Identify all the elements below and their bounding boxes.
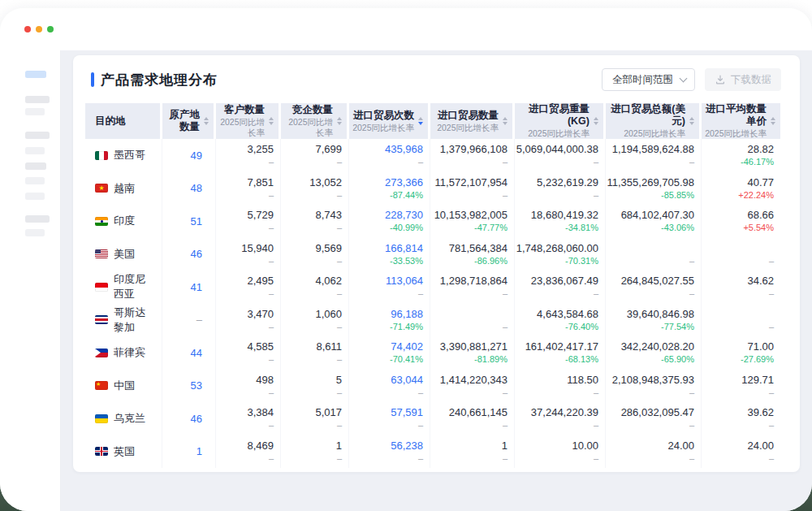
customers-value: 5,729 (247, 208, 274, 222)
cell-price: 24.00– (702, 435, 780, 469)
origin-count-value[interactable]: 53 (191, 379, 202, 392)
origin-count-value[interactable]: 41 (191, 280, 202, 294)
origin-count-value[interactable]: 51 (191, 214, 202, 228)
sidebar-skeleton-item[interactable] (25, 108, 45, 115)
sidebar-item-active[interactable] (25, 71, 46, 78)
sidebar-skeleton-item[interactable] (25, 132, 50, 139)
country-flag-icon (95, 349, 108, 357)
count-value[interactable]: 273,366 (385, 175, 423, 189)
country-name: 菲律宾 (114, 345, 145, 360)
total-value: 286,032,095.47 (621, 405, 694, 419)
growth-rate: -76.40% (565, 321, 598, 333)
sidebar-skeleton-item[interactable] (25, 96, 50, 103)
sort-caret-icon[interactable] (594, 117, 598, 125)
column-label: 竞企数量 (284, 104, 333, 116)
column-header-competitors[interactable]: 竞企数量2025同比增长率 (281, 103, 349, 139)
count-value[interactable]: 74,402 (391, 340, 423, 353)
minimize-button[interactable] (36, 26, 42, 32)
column-header-customers[interactable]: 客户数量2025同比增长率 (216, 103, 281, 139)
column-sublabel: 2025同比增长率 (437, 123, 499, 133)
country-flag-icon (95, 283, 108, 292)
growth-rate: – (594, 288, 598, 300)
cell-count: 63,044– (349, 370, 430, 403)
origin-count-value[interactable]: 48 (191, 181, 202, 195)
qty-value: 240,661,145 (449, 405, 508, 419)
column-header-price[interactable]: 进口平均数量单价2025同比增长率 (702, 103, 780, 139)
growth-rate: – (594, 156, 598, 168)
column-sublabel: 2025同比增长率 (219, 117, 265, 138)
growth-rate: – (269, 419, 274, 431)
cell-total: 24.00– (606, 435, 702, 469)
origin-count-value[interactable]: 49 (191, 149, 202, 162)
count-value[interactable]: 96,188 (391, 307, 423, 321)
column-header-total[interactable]: 进口贸易总额(美元)2025同比增长率 (606, 103, 702, 139)
count-value[interactable]: 57,591 (391, 405, 423, 419)
cell-qty: 3,390,881,271-81.89% (430, 336, 515, 370)
growth-rate: – (269, 255, 274, 267)
count-value[interactable]: 63,044 (391, 373, 423, 387)
cell-weight: 10.00– (515, 435, 606, 469)
sort-caret-icon[interactable] (689, 117, 694, 125)
sidebar-skeleton-item[interactable] (25, 177, 45, 184)
growth-rate: -70.41% (390, 353, 423, 366)
qty-value: 3,390,881,271 (440, 340, 508, 353)
column-header-count[interactable]: 进口贸易次数2025同比增长率 (349, 103, 430, 139)
cell-price: 68.66+5.54% (702, 205, 780, 238)
count-value[interactable]: 166,814 (385, 241, 423, 255)
sort-caret-icon[interactable] (269, 117, 274, 125)
sidebar-skeleton-item[interactable] (25, 229, 45, 236)
count-value[interactable]: 435,968 (385, 142, 423, 156)
time-range-select[interactable]: 全部时间范围 (602, 68, 695, 91)
close-button[interactable] (24, 26, 31, 32)
price-value: 40.77 (747, 175, 774, 189)
sidebar-skeleton-item[interactable] (25, 147, 45, 154)
total-value: 11,355,269,705.98 (607, 175, 694, 189)
cell-competitors: 5– (281, 370, 349, 403)
column-label: 进口贸易总额(美元) (609, 103, 685, 128)
sidebar-skeleton-item[interactable] (25, 162, 46, 170)
sidebar-skeleton-item[interactable] (25, 193, 45, 200)
sort-caret-icon[interactable] (771, 117, 775, 125)
download-data-button[interactable]: 下载数据 (705, 68, 781, 91)
growth-rate: -46.17% (741, 156, 774, 168)
cell-customers: 15,940– (216, 238, 281, 271)
count-value[interactable]: 113,064 (386, 274, 423, 288)
price-value: 39.62 (747, 405, 774, 419)
window-titlebar (0, 8, 812, 50)
table-row: 乌克兰463,384–5,017–57,591–240,661,145–37,2… (85, 402, 781, 435)
column-header-text: 进口贸易重量(KG)2025同比增长率 (518, 103, 590, 139)
qty-value: 10,153,982,005 (434, 208, 508, 222)
sort-caret-icon[interactable] (204, 117, 209, 125)
sort-caret-icon[interactable] (337, 117, 342, 125)
growth-rate: – (594, 189, 598, 201)
sidebar-skeleton-item[interactable] (25, 215, 50, 223)
growth-rate: – (503, 387, 508, 399)
origin-count-value[interactable]: 1 (197, 444, 202, 458)
cell-count: 435,968– (349, 139, 430, 172)
weight-value: 18,680,419.32 (531, 208, 598, 222)
column-header-origin[interactable]: 原产地数量 (162, 103, 216, 139)
growth-rate: -33.53% (390, 255, 423, 267)
country-flag-icon (95, 447, 108, 456)
growth-rate: – (503, 453, 508, 465)
qty-value: 1,379,966,108 (440, 142, 508, 156)
sort-caret-icon[interactable] (503, 117, 508, 125)
growth-rate: – (689, 453, 694, 465)
growth-rate: – (689, 156, 694, 168)
zoom-button[interactable] (47, 26, 54, 32)
table-row: 印度515,729–8,743–228,730-40.99%10,153,982… (85, 205, 781, 238)
column-header-qty[interactable]: 进口贸易数量2025同比增长率 (430, 103, 515, 139)
origin-count-value[interactable]: 44 (191, 346, 202, 360)
title-accent-bar (91, 72, 94, 87)
competitors-value: 9,569 (315, 241, 342, 255)
count-value[interactable]: 228,730 (385, 208, 423, 222)
count-value[interactable]: 56,238 (391, 439, 423, 453)
origin-count-value[interactable]: 46 (191, 247, 202, 261)
column-header-weight[interactable]: 进口贸易重量(KG)2025同比增长率 (515, 103, 606, 139)
column-header-text: 客户数量2025同比增长率 (219, 104, 265, 138)
sort-caret-icon[interactable] (418, 117, 423, 125)
cell-dest: 菲律宾 (85, 336, 162, 370)
column-sublabel: 2025同比增长率 (352, 123, 414, 133)
table-row: 中国53498–5–63,044–1,414,220,343–118.50–2,… (85, 370, 781, 403)
origin-count-value[interactable]: 46 (191, 412, 202, 426)
